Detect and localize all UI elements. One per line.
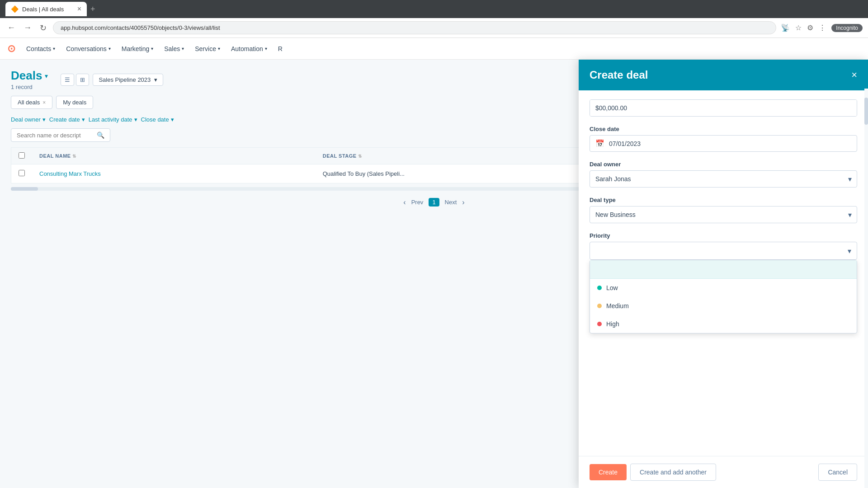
priority-input-wrapper[interactable]: ▾	[590, 242, 857, 260]
priority-chevron: ▾	[848, 247, 851, 255]
incognito-badge: Incognito	[831, 24, 863, 32]
hubspot-logo[interactable]: ⊙	[7, 43, 15, 55]
pipeline-select[interactable]: Sales Pipeline 2023 ▾	[93, 74, 163, 86]
search-input[interactable]	[17, 132, 93, 139]
nav-contacts[interactable]: Contacts ▾	[21, 38, 61, 60]
deal-type-label: Deal type	[590, 197, 857, 203]
deals-title-chevron[interactable]: ▾	[45, 72, 48, 80]
nav-contacts-label: Contacts	[26, 45, 51, 52]
record-count: 1 record	[11, 84, 48, 90]
modal-close-button[interactable]: ×	[851, 69, 857, 81]
main-content: Deals ▾ 1 record ☰ ⊞ Sales Pipeline 2023…	[0, 60, 868, 488]
url-bar[interactable]: app.hubspot.com/contacts/40055750/object…	[53, 21, 776, 34]
browser-icons: 📡 ☆ ⚙ ⋮ Incognito	[781, 23, 863, 32]
cancel-button[interactable]: Cancel	[818, 464, 857, 481]
list-view-button[interactable]: ☰	[61, 74, 74, 86]
next-label[interactable]: Next	[445, 199, 457, 206]
deal-type-select-wrapper: New Business ▾	[590, 206, 857, 223]
deals-title[interactable]: Deals	[11, 69, 42, 83]
nav-conversations-label: Conversations	[66, 45, 107, 52]
create-button[interactable]: Create	[590, 464, 627, 480]
high-label: High	[606, 320, 619, 328]
create-deal-modal: Create deal × Close date 📅 07/01/2023	[579, 60, 868, 488]
nav-reporting-label: R	[278, 45, 283, 52]
amount-field	[590, 99, 857, 117]
create-date-filter-chevron: ▾	[82, 116, 85, 123]
all-deals-label: All deals	[18, 99, 40, 106]
hubspot-nav: ⊙ Contacts ▾ Conversations ▾ Marketing ▾…	[0, 38, 868, 60]
last-activity-filter-chevron: ▾	[134, 116, 137, 123]
create-date-filter[interactable]: Create date ▾	[49, 116, 85, 123]
priority-dropdown: Low Medium High	[590, 260, 857, 333]
tab-close-button[interactable]: ×	[77, 5, 81, 13]
amount-input[interactable]	[590, 100, 857, 116]
close-date-input[interactable]: 📅 07/01/2023	[590, 135, 857, 152]
settings-icon: ⋮	[819, 23, 826, 32]
my-deals-label: My deals	[63, 99, 86, 106]
deal-owner-field: Deal owner Sarah Jonas ▾	[590, 161, 857, 188]
deal-owner-filter[interactable]: Deal owner ▾	[11, 116, 46, 123]
modal-content-inner: Close date 📅 07/01/2023 Deal owner Sarah…	[579, 90, 868, 352]
forward-button[interactable]: →	[22, 21, 33, 34]
close-date-label: Close date	[590, 126, 857, 132]
deal-owner-select[interactable]: Sarah Jonas	[590, 170, 857, 188]
address-bar: ← → ↻ app.hubspot.com/contacts/40055750/…	[0, 18, 868, 38]
nav-sales[interactable]: Sales ▾	[159, 38, 189, 60]
browser-tab[interactable]: 🔶 Deals | All deals ×	[5, 2, 87, 16]
nav-automation-chevron: ▾	[265, 46, 267, 51]
back-button[interactable]: ←	[5, 21, 17, 34]
deal-name-link[interactable]: Consulting Marx Trucks	[39, 170, 101, 177]
nav-conversations[interactable]: Conversations ▾	[61, 38, 116, 60]
grid-view-button[interactable]: ⊞	[76, 74, 89, 86]
close-date-filter-label: Close date	[141, 116, 169, 123]
deal-type-select[interactable]: New Business	[590, 206, 857, 223]
last-activity-filter[interactable]: Last activity date ▾	[89, 116, 137, 123]
priority-search-input[interactable]	[597, 266, 849, 273]
deal-name-header: DEAL NAME ⇅	[32, 148, 316, 164]
create-date-filter-label: Create date	[49, 116, 80, 123]
deal-name-cell: Consulting Marx Trucks	[32, 164, 316, 183]
priority-label: Priority	[590, 232, 857, 239]
deal-owner-label: Deal owner	[590, 161, 857, 168]
modal-title: Create deal	[590, 69, 648, 81]
nav-conversations-chevron: ▾	[108, 46, 111, 51]
nav-marketing-chevron: ▾	[151, 46, 153, 51]
nav-automation-label: Automation	[231, 45, 263, 52]
priority-option-low[interactable]: Low	[590, 279, 857, 297]
all-deals-close[interactable]: ×	[42, 99, 46, 106]
close-date-filter[interactable]: Close date ▾	[141, 116, 174, 123]
next-page-button[interactable]: ›	[462, 198, 464, 206]
deal-owner-filter-label: Deal owner	[11, 116, 41, 123]
deal-type-field: Deal type New Business ▾	[590, 197, 857, 223]
nav-marketing[interactable]: Marketing ▾	[116, 38, 159, 60]
extensions-icon: ⚙	[807, 23, 813, 32]
deal-stage-sort-icon[interactable]: ⇅	[358, 154, 362, 159]
search-bar: 🔍	[11, 128, 110, 142]
select-all-checkbox[interactable]	[19, 152, 25, 159]
url-text: app.hubspot.com/contacts/40055750/object…	[61, 24, 220, 31]
nav-service-label: Service	[195, 45, 216, 52]
modal-footer: Create Create and add another Cancel	[579, 456, 868, 488]
medium-dot-icon	[597, 304, 602, 308]
new-tab-button[interactable]: +	[90, 5, 95, 14]
nav-service[interactable]: Service ▾	[189, 38, 226, 60]
row-checkbox[interactable]	[19, 170, 25, 176]
priority-option-high[interactable]: High	[590, 315, 857, 333]
refresh-button[interactable]: ↻	[38, 21, 48, 35]
deal-name-sort-icon[interactable]: ⇅	[72, 154, 76, 159]
scrollbar-thumb	[11, 187, 38, 191]
filter-tab-all-deals[interactable]: All deals ×	[11, 96, 52, 109]
filter-tab-my-deals[interactable]: My deals	[56, 96, 93, 109]
pipeline-select-value: Sales Pipeline 2023	[99, 76, 151, 83]
modal-header: Create deal ×	[579, 60, 868, 90]
prev-label[interactable]: Prev	[411, 199, 424, 206]
nav-sales-chevron: ▾	[182, 46, 184, 51]
nav-reporting[interactable]: R	[273, 38, 288, 60]
prev-page-button[interactable]: ‹	[403, 198, 406, 206]
nav-automation[interactable]: Automation ▾	[226, 38, 273, 60]
create-add-another-button[interactable]: Create and add another	[630, 464, 716, 481]
priority-field: Priority ▾ Low	[590, 232, 857, 333]
priority-option-medium[interactable]: Medium	[590, 297, 857, 315]
modal-scrollbar[interactable]	[864, 89, 868, 488]
amount-input-wrapper	[590, 99, 857, 117]
